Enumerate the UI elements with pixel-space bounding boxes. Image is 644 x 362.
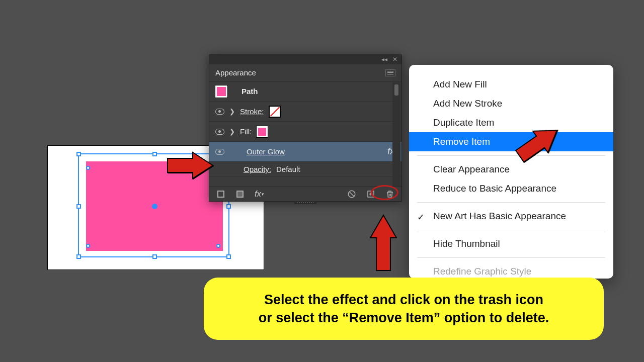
clear-appearance-icon[interactable]: [347, 190, 356, 199]
path-thumbnail-icon: [215, 85, 227, 98]
fill-swatch-icon[interactable]: [257, 126, 268, 137]
menu-separator: [417, 202, 605, 203]
menu-item-new-art-basic[interactable]: ✓ New Art Has Basic Appearance: [409, 207, 613, 226]
menu-item-reduce-to-basic[interactable]: Reduce to Basic Appearance: [409, 179, 613, 198]
resize-handle[interactable]: [76, 204, 81, 209]
annotation-arrow-icon: [165, 148, 215, 183]
resize-handle[interactable]: [76, 254, 81, 259]
expand-icon[interactable]: ❯: [229, 108, 235, 115]
opacity-value: Default: [276, 165, 300, 173]
scrollbar-thumb[interactable]: [394, 84, 398, 96]
resize-handle[interactable]: [226, 254, 231, 259]
resize-handle[interactable]: [76, 152, 81, 156]
panel-header: Appearance: [209, 64, 401, 81]
resize-handle[interactable]: [226, 204, 231, 209]
path-label: Path: [242, 87, 258, 96]
appearance-row-fill[interactable]: ❯ Fill:: [209, 122, 401, 142]
anchor-point[interactable]: [216, 244, 220, 248]
expand-icon[interactable]: ❯: [229, 128, 235, 135]
opacity-label[interactable]: Opacity:: [244, 165, 271, 173]
svg-line-1: [350, 192, 354, 196]
panel-scrollbar[interactable]: [392, 82, 400, 186]
svg-marker-7: [168, 152, 213, 178]
menu-separator: [417, 155, 605, 156]
menu-item-add-new-stroke[interactable]: Add New Stroke: [409, 94, 613, 113]
anchor-point[interactable]: [86, 244, 90, 248]
panel-topbar: ◂◂ ✕: [209, 54, 401, 64]
stroke-swatch-none-icon[interactable]: [269, 106, 280, 117]
appearance-panel: ◂◂ ✕ Appearance Path ❯ Stroke: ❯ Fill: O…: [209, 54, 402, 202]
menu-item-redefine-graphic-style: Redefine Graphic Style: [409, 262, 613, 279]
panel-menu-icon[interactable]: [385, 69, 395, 76]
center-point[interactable]: [152, 204, 157, 209]
menu-separator: [417, 230, 605, 230]
instruction-callout: Select the effect and click on the trash…: [204, 278, 604, 340]
appearance-row-opacity[interactable]: Opacity: Default: [209, 162, 401, 177]
stroke-label[interactable]: Stroke:: [240, 107, 264, 116]
add-effect-fx-icon[interactable]: fx▾: [255, 190, 264, 199]
panel-resize-grip[interactable]: [294, 201, 317, 204]
svg-marker-9: [370, 215, 396, 270]
collapse-icon[interactable]: ◂◂: [381, 56, 387, 63]
visibility-icon[interactable]: [215, 149, 224, 155]
close-icon[interactable]: ✕: [392, 56, 397, 63]
effect-label[interactable]: Outer Glow: [247, 147, 285, 156]
menu-separator: [417, 257, 605, 258]
appearance-row-outer-glow[interactable]: Outer Glow fx: [209, 142, 401, 162]
no-fill-icon[interactable]: [216, 190, 225, 199]
menu-item-hide-thumbnail[interactable]: Hide Thumbnail: [409, 234, 613, 253]
appearance-row-path[interactable]: Path: [209, 81, 401, 102]
menu-item-duplicate-item[interactable]: Duplicate Item: [409, 113, 613, 132]
menu-item-add-new-fill[interactable]: Add New Fill: [409, 75, 613, 94]
resize-handle[interactable]: [152, 152, 157, 156]
callout-text: Select the effect and click on the trash…: [259, 291, 549, 327]
resize-handle[interactable]: [152, 254, 157, 259]
panel-title: Appearance: [215, 68, 256, 77]
fill-icon[interactable]: [235, 190, 245, 199]
appearance-list: Path ❯ Stroke: ❯ Fill: Outer Glow fx Opa…: [209, 81, 401, 177]
fill-label[interactable]: Fill:: [240, 127, 252, 136]
anchor-point[interactable]: [86, 166, 90, 170]
panel-flyout-menu: Add New Fill Add New Stroke Duplicate It…: [409, 65, 613, 279]
appearance-row-stroke[interactable]: ❯ Stroke:: [209, 102, 401, 122]
menu-item-clear-appearance[interactable]: Clear Appearance: [409, 160, 613, 179]
visibility-icon[interactable]: [215, 129, 224, 135]
checkmark-icon: ✓: [417, 212, 425, 223]
annotation-arrow-icon: [366, 213, 400, 273]
visibility-icon[interactable]: [215, 109, 224, 115]
annotation-circle: [371, 185, 398, 200]
